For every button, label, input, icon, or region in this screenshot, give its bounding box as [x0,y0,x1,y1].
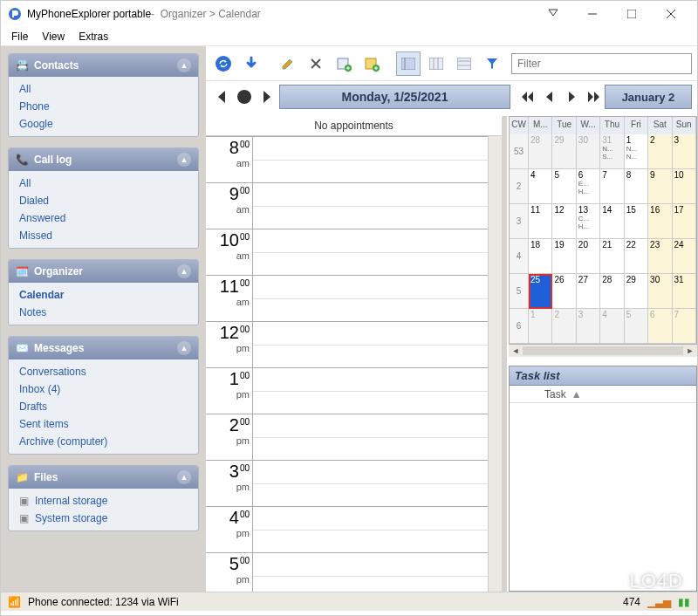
hour-row[interactable]: 400pm [206,507,488,553]
calendar-day[interactable]: 18 [529,239,552,274]
sidebar-item[interactable]: Answered [9,209,198,227]
sidebar-item[interactable]: ▣System storage [9,510,198,527]
calendar-day[interactable]: 7 [673,309,696,344]
sidebar-item[interactable]: Phone [9,98,198,115]
scroll-right-button[interactable]: ► [683,346,697,355]
sidebar-item[interactable]: Inbox (4) [9,380,198,398]
sidebar-item[interactable]: Notes [9,304,198,321]
sidebar-item[interactable]: Google [9,115,198,133]
calendar-day[interactable]: 6E...H... [577,169,600,204]
panel-header-files[interactable]: 📁 Files ▲ [9,466,198,489]
prev-month-button[interactable] [539,86,560,107]
calendar-day[interactable]: 5 [552,169,576,204]
hour-grid[interactable]: 800am900am1000am1100am1200pm100pm200pm30… [206,136,488,592]
compact-button[interactable] [533,2,572,26]
sidebar-item[interactable]: Conversations [9,363,198,380]
calendar-day[interactable]: 19 [552,239,576,274]
sidebar-item[interactable]: All [9,175,198,192]
maximize-button[interactable] [612,2,651,26]
calendar-day[interactable]: 28 [529,134,552,169]
calendar-day[interactable]: 8 [625,169,648,204]
filter-button[interactable] [480,51,504,76]
next-month-button[interactable] [561,86,582,107]
vertical-scrollbar[interactable] [488,136,502,592]
sidebar-item[interactable]: Missed [9,227,198,244]
menu-extras[interactable]: Extras [73,29,113,44]
sidebar-item[interactable]: Archive (computer) [9,433,198,450]
calendar-day[interactable]: 25 [529,274,552,309]
hour-row[interactable]: 900am [206,183,488,229]
calendar-day[interactable]: 12 [552,204,576,239]
calendar-day[interactable]: 1 [529,309,552,344]
edit-button[interactable] [276,51,300,76]
calendar-day[interactable]: 20 [577,239,600,274]
calendar-day[interactable]: 9 [648,169,672,204]
view-month-button[interactable] [452,51,476,76]
calendar-day[interactable]: 7 [600,169,624,204]
hour-row[interactable]: 300pm [206,461,488,507]
calendar-day[interactable]: 29 [625,274,648,309]
new-category-button[interactable] [359,51,384,76]
calendar-day[interactable]: 2 [648,134,672,169]
calendar-day[interactable]: 22 [625,239,648,274]
filter-input[interactable] [511,53,692,74]
prev-year-button[interactable] [517,86,538,107]
task-column-header[interactable]: Task ▲ [510,386,696,403]
next-day-button[interactable] [257,86,277,107]
calendar-day[interactable]: 4 [600,309,624,344]
calendar-day[interactable]: 26 [552,274,576,309]
calendar-day[interactable]: 31 [673,274,696,309]
sidebar-item[interactable]: Drafts [9,398,198,415]
calendar-day[interactable]: 10 [673,169,696,204]
calendar-day[interactable]: 5 [625,309,648,344]
hour-row[interactable]: 1100am [206,276,488,322]
sync-button[interactable] [211,51,236,76]
view-week-button[interactable] [424,51,448,76]
calendar-day[interactable]: 2 [552,309,576,344]
calendar-day[interactable]: 27 [577,274,600,309]
mini-calendar-scrollbar[interactable]: ◄ ► [509,345,697,357]
download-button[interactable] [239,51,263,76]
menu-view[interactable]: View [37,29,70,44]
task-list-body[interactable] [510,403,696,591]
new-event-button[interactable] [332,51,356,76]
panel-header-messages[interactable]: ✉️ Messages ▲ [9,337,198,359]
close-button[interactable] [651,2,690,26]
panel-header-calllog[interactable]: 📞 Call log ▲ [9,148,198,171]
calendar-day[interactable]: 28 [600,274,624,309]
calendar-day[interactable]: 29 [552,134,576,169]
calendar-day[interactable]: 17 [673,204,696,239]
hour-row[interactable]: 1200pm [206,322,488,368]
calendar-day[interactable]: 21 [600,239,624,274]
calendar-day[interactable]: 3 [577,309,600,344]
prev-day-button[interactable] [211,86,232,107]
calendar-day[interactable]: 1N...N... [625,134,648,169]
scroll-left-button[interactable]: ◄ [509,346,523,355]
menu-file[interactable]: File [6,29,33,44]
sidebar-item[interactable]: ▣Internal storage [9,492,198,510]
calendar-day[interactable]: 4 [529,169,552,204]
calendar-day[interactable]: 11 [529,204,552,239]
calendar-day[interactable]: 13C...H... [577,204,600,239]
today-button[interactable] [234,86,255,107]
next-year-button[interactable] [583,86,604,107]
sidebar-item[interactable]: Sent items [9,415,198,433]
sidebar-item[interactable]: Calendar [9,286,198,304]
delete-button[interactable] [304,51,328,76]
hour-row[interactable]: 1000am [206,229,488,276]
calendar-day[interactable]: 15 [625,204,648,239]
minimize-button[interactable] [572,2,612,26]
calendar-day[interactable]: 3 [673,134,696,169]
calendar-day[interactable]: 14 [600,204,624,239]
calendar-day[interactable]: 30 [648,274,672,309]
panel-header-organizer[interactable]: 🗓️ Organizer ▲ [9,260,198,283]
view-day-button[interactable] [396,51,421,76]
hour-row[interactable]: 200pm [206,414,488,461]
calendar-day[interactable]: 16 [648,204,672,239]
sidebar-item[interactable]: All [9,80,198,98]
calendar-day[interactable]: 23 [648,239,672,274]
hour-row[interactable]: 100pm [206,368,488,414]
calendar-day[interactable]: 31N...S... [600,134,624,169]
hour-row[interactable]: 500pm [206,553,488,592]
panel-header-contacts[interactable]: 📇 Contacts ▲ [9,54,198,77]
